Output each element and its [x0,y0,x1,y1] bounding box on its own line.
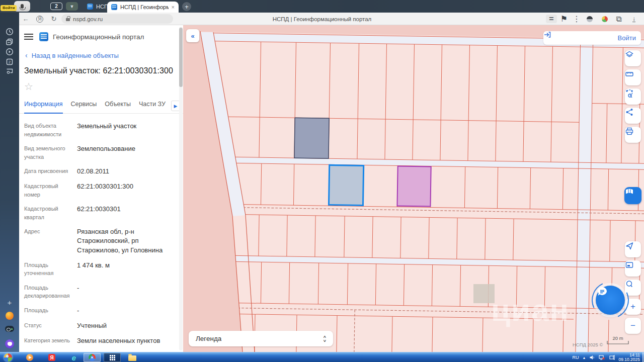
map-attribution: НСПД 2025 © [573,342,603,347]
explorer-taskbar-icon[interactable] [124,353,141,362]
start-button[interactable] [4,353,12,361]
attribute-value: - [77,284,176,300]
close-tab-icon[interactable]: × [172,4,175,10]
back-to-results-link[interactable]: ‹ Назад в найденные объекты [25,51,178,59]
attribute-label: Кадастровый квартал [24,205,72,221]
games-ball-icon[interactable] [0,312,19,320]
svg-text:2: 2 [9,60,11,64]
extension-halfmoon-icon[interactable] [584,13,596,25]
attribute-row-1: Вид земельного участкаЗемлепользование [24,144,176,161]
video-icon[interactable] [0,48,19,56]
attribute-value: Землепользование [77,144,176,161]
hidden-icons-arrow[interactable]: ▲ [583,356,586,359]
new-tab-button[interactable]: + [182,2,191,11]
browser-tabstrip: Войти 2 ▼ НСПД | Геоинформацион НСПД | Г… [0,0,644,13]
apps-grid-taskbar-icon[interactable] [104,353,121,362]
panel-tab-3[interactable]: Части ЗУ [139,100,166,114]
menu-burger-icon[interactable] [24,34,33,40]
yandex-icon[interactable]: Я [33,13,46,25]
nspd-logo-icon [39,32,48,41]
chrome-taskbar-icon[interactable] [84,353,101,362]
attribute-value: Земельный участок [77,122,176,138]
attribute-label: Площадь [24,306,72,315]
favorite-star-icon[interactable]: ☆ [24,80,178,93]
browser-tab-active[interactable]: НСПД | Геоинформац... × [107,2,179,13]
ruler-button[interactable] [625,69,641,85]
panel-scrollbar-thumb[interactable] [179,28,183,87]
reload-icon[interactable]: ↻ [47,13,60,25]
tabs-panel-icon[interactable] [0,38,19,46]
voice-login-badge[interactable]: Войти [1,5,17,11]
taskbar-clock[interactable]: 14:11 09.10.2025 [618,353,642,362]
language-indicator[interactable]: RU [573,355,579,360]
parcel-selected[interactable] [329,165,363,205]
layers-button[interactable] [625,50,641,66]
tab-list-chevron-icon[interactable]: ▼ [66,2,78,11]
attribute-label: Дата присвоения [24,167,72,176]
back-icon[interactable]: ← [19,13,32,25]
screen: Войти 2 ▼ НСПД | Геоинформацион НСПД | Г… [0,0,644,362]
collections-icon[interactable]: ⧉ [613,13,625,25]
chat-support-button[interactable] [596,286,625,315]
alice-assistant-icon[interactable] [0,339,19,348]
attribute-label: Статус [24,321,72,330]
print-button[interactable] [625,127,641,143]
bookmark-icon[interactable]: ⚑ [558,13,570,25]
collapse-panel-button[interactable]: « [186,29,199,42]
attribute-value: Земли населенных пунктов [77,336,176,345]
panel-tabs: ИнформацияСервисыОбъектыЧасти ЗУСоста [24,100,169,114]
yandex-browser-taskbar-icon[interactable]: Я [43,353,60,362]
volume-icon[interactable] [589,354,595,360]
nspd-favicon [87,4,93,10]
attribute-row-5: АдресРязанская обл, р-н Старожиловский, … [24,227,176,255]
zoom-out-button[interactable]: − [625,318,641,334]
attribute-label: Площадь уточненная [24,261,72,278]
parcel-purple-highlight[interactable] [397,166,431,207]
panel-tab-1[interactable]: Сервисы [71,100,97,114]
system-tray: RU ▲ 14:11 09.10.2025 [573,352,642,362]
minimap-button[interactable] [625,260,641,277]
attribute-value: Учтенный [77,321,176,330]
attribute-value: 62:21:0030301:300 [77,182,176,199]
object-info-panel: Геоинформационный портал ‹ Назад в найде… [19,25,183,352]
internet-explorer-taskbar-icon[interactable]: e [65,353,83,362]
attribute-value: 1 474 кв. м [77,261,176,278]
panel-tab-2[interactable]: Объекты [105,100,131,114]
tab-counter[interactable]: 2 [50,3,62,10]
add-panel-icon[interactable]: + [0,298,19,307]
network-error-icon[interactable] [599,354,605,360]
screencast-icon[interactable] [0,67,19,75]
attribute-row-2: Дата присвоения02.08.2011 [24,167,176,176]
menu-dots-icon[interactable]: ⋮ [571,13,582,25]
feedback-map-button[interactable] [624,187,641,204]
action-center-icon[interactable] [609,354,615,360]
chevron-left-icon: ‹ [25,51,28,59]
login-arrow-icon [543,31,551,38]
login-bar[interactable]: Войти [543,31,641,45]
media-player-taskbar-icon[interactable] [21,353,38,362]
panel-tab-0[interactable]: Информация [24,100,63,114]
address-bar[interactable]: nspd.gov.ru [61,14,173,24]
chat-bubble-icon [596,286,609,299]
panel-tabs-bar: ИнформацияСервисыОбъектыЧасти ЗУСоста ▶ [19,100,183,114]
tab-count-rail-icon[interactable]: 2 [0,58,19,66]
parcel-slate-highlight[interactable] [294,118,329,158]
history-icon[interactable] [0,28,19,36]
extension-ball-icon[interactable] [599,13,611,25]
incognito-eye-icon[interactable] [0,326,19,332]
attribute-row-0: Вид объекта недвижимостиЗемельный участо… [24,122,176,138]
attribute-value: - [77,306,176,315]
attribute-label: Вид земельного участка [24,144,72,161]
sidebar-toggle-icon[interactable]: = [546,15,557,23]
attribute-label: Кадастровый номер [24,182,72,199]
cadastral-map[interactable]: циан НСПД 2025 © 20 m [183,25,644,352]
panel-scrollbar[interactable] [179,27,183,350]
attribute-row-4: Кадастровый квартал62:21:0030301 [24,205,176,221]
cian-watermark: циан [491,293,570,327]
select-area-button[interactable] [625,88,641,105]
download-icon[interactable]: ↓ [628,13,640,25]
locate-button[interactable] [625,241,641,257]
legend-bar[interactable]: Легенда ^^ [189,331,333,346]
attribute-row-6: Площадь уточненная1 474 кв. м [24,261,176,278]
share-button[interactable] [625,108,641,124]
